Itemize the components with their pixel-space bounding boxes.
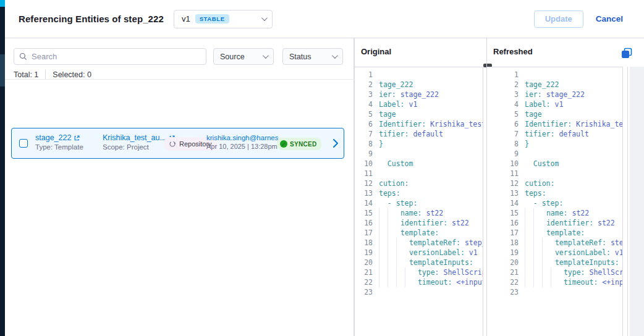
- line-number: 14: [355, 198, 376, 208]
- indent-guide: [388, 228, 396, 238]
- line-number: 4: [355, 99, 376, 109]
- external-link-icon: [74, 135, 80, 141]
- indent-guide: [533, 258, 542, 267]
- updated-by-link[interactable]: krishika.singh@harnes...: [206, 134, 284, 141]
- status-badge: ✓ SYNCED: [277, 138, 321, 150]
- indent-guide: [396, 238, 405, 248]
- line-number: 1: [355, 70, 376, 80]
- line-number: 14: [487, 198, 522, 208]
- line-number: 4: [487, 99, 522, 109]
- indent-guide: [525, 248, 533, 258]
- summary-divider: [45, 70, 46, 79]
- version-value: v1: [182, 14, 190, 23]
- indent-guide: [379, 277, 388, 287]
- code-line: 12cution:: [487, 178, 622, 188]
- indent-guide: [388, 277, 396, 287]
- code-line: 7tifier: default: [487, 129, 622, 139]
- line-number: 17: [355, 228, 376, 238]
- line-number: 10: [355, 159, 376, 169]
- chevron-down-icon: [332, 52, 338, 59]
- indent-guide: [396, 267, 405, 277]
- table-row[interactable]: stage_222 Type: Template Krishika_test_a…: [11, 128, 344, 159]
- code-line: 13teps:: [487, 188, 622, 198]
- code-line: 1: [487, 70, 622, 80]
- code-line: 9: [487, 149, 622, 159]
- indent-guide: [551, 277, 559, 287]
- original-code-editor[interactable]: 12tage_2223ier: stage_2224Label: v15tage…: [355, 67, 483, 336]
- code-line: 23: [487, 287, 622, 297]
- updated-by: krishika.singh@harnes...: [206, 134, 284, 141]
- code-line: 20 templateInputs:: [355, 258, 483, 267]
- nav-items-sliver: [0, 54, 5, 86]
- indent-guide: [533, 218, 542, 228]
- line-number: 5: [487, 109, 522, 119]
- list-summary: Total: 1 Selected: 0: [14, 70, 91, 79]
- line-number: 19: [355, 248, 376, 258]
- indent-guide: [542, 258, 551, 267]
- row-checkbox[interactable]: [19, 139, 28, 148]
- search-input[interactable]: [32, 52, 201, 61]
- indent-guide: [379, 228, 388, 238]
- indent-guide: [533, 208, 542, 218]
- indent-guide: [405, 267, 413, 277]
- line-number: 21: [355, 267, 376, 277]
- line-number: 19: [487, 248, 522, 258]
- line-number: 9: [487, 149, 522, 159]
- indent-guide: [525, 208, 533, 218]
- code-line: 18 templateRef: step_222: [355, 238, 483, 248]
- indent-guide: [379, 267, 388, 277]
- version-selector[interactable]: v1 STABLE: [174, 10, 273, 28]
- chevron-right-icon[interactable]: [333, 138, 339, 148]
- yaml-diff-viewer: Original 12tage_2223ier: stage_2224Label…: [354, 38, 644, 336]
- indent-guide: [388, 267, 396, 277]
- code-line: 19 versionLabel: v1: [355, 248, 483, 258]
- entity-list-panel: Source Status Total: 1 Selected: 0 ENTIT…: [5, 38, 354, 336]
- line-number: 16: [487, 218, 522, 228]
- refreshed-code-editor[interactable]: 12tage_2223ier: stage_2224Label: v15tage…: [487, 67, 623, 336]
- scope-name: Krishika_test_au...: [103, 133, 166, 142]
- code-line: 18 templateRef: step_222: [487, 238, 622, 248]
- referencing-entities-modal: Referencing Entities of step_222 v1 STAB…: [0, 0, 644, 336]
- cancel-button[interactable]: Cancel: [596, 14, 623, 23]
- code-line: 16 identifier: st22: [487, 218, 622, 228]
- line-number: 2: [355, 80, 376, 90]
- code-line: 17 template:: [487, 228, 622, 238]
- line-number: 18: [487, 238, 522, 248]
- code-line: 14 - step:: [355, 198, 483, 208]
- code-line: 9: [355, 149, 483, 159]
- status-filter-dropdown[interactable]: Status: [282, 48, 343, 65]
- source-filter-dropdown[interactable]: Source: [213, 48, 274, 65]
- code-line: 22 timeout: <+input>: [487, 277, 622, 287]
- line-number: 23: [487, 287, 522, 297]
- indent-guide: [533, 228, 542, 238]
- line-number: 12: [355, 178, 376, 188]
- search-box[interactable]: [14, 48, 206, 65]
- line-number: 5: [355, 109, 376, 119]
- line-number: 16: [355, 218, 376, 228]
- indent-guide: [379, 218, 388, 228]
- code-line: 22 timeout: <+input>: [355, 277, 483, 287]
- code-line: 21 type: ShellScript: [355, 267, 483, 277]
- code-line: 10 Custom: [355, 159, 483, 169]
- line-number: 7: [487, 129, 522, 139]
- repository-icon: [169, 140, 176, 148]
- indent-guide: [542, 248, 551, 258]
- status-filter-label: Status: [289, 52, 311, 61]
- indent-guide: [533, 267, 542, 277]
- copy-icon[interactable]: [621, 47, 633, 59]
- update-button[interactable]: Update: [534, 10, 583, 28]
- entity-name: stage_222: [35, 133, 71, 142]
- scrollbar-gutter[interactable]: [630, 67, 644, 336]
- code-line: 4Label: v1: [355, 99, 483, 109]
- indent-guide: [525, 267, 533, 277]
- line-number: 22: [487, 277, 522, 287]
- indent-guide: [379, 248, 388, 258]
- entity-link[interactable]: stage_222: [35, 133, 83, 142]
- line-number: 9: [355, 149, 376, 159]
- outer-divider: [627, 67, 628, 336]
- line-number: 6: [355, 119, 376, 129]
- last-updated-cell: krishika.singh@harnes... Apr 10, 2025 | …: [206, 134, 284, 150]
- indent-guide: [379, 258, 388, 267]
- chevron-down-icon: [261, 15, 268, 21]
- page-title: Referencing Entities of step_222: [19, 14, 164, 24]
